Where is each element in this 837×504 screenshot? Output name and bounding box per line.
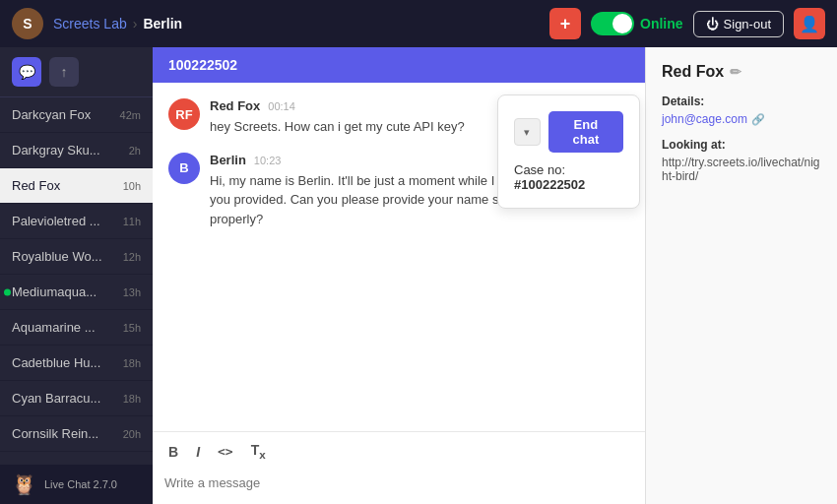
chat-item-name: Mediumaqua... [12, 284, 97, 299]
chat-list-item[interactable]: Aquamarine ...15h [0, 310, 153, 346]
content-area: 100222502 RFRed Fox00:14hey Screets. How… [153, 47, 837, 504]
endchat-panel: ▾ End chat Case no: #100222502 [497, 94, 640, 209]
breadcrumb-lab: Screets Lab [53, 16, 127, 32]
chat-item-name: Darkgray Sku... [12, 143, 100, 158]
chat-list: Darkcyan Fox42mDarkgray Sku...2hRed Fox1… [0, 97, 153, 465]
chat-item-time: 2h [129, 145, 141, 157]
message-input[interactable] [164, 469, 633, 496]
chat-item-name: Darksalmon S... [12, 462, 102, 465]
details-label: Details: [662, 94, 821, 108]
case-no-label: Case no: [514, 162, 623, 177]
chat-item-name: Royalblue Wo... [12, 249, 102, 264]
chat-item-name: Red Fox [12, 178, 60, 193]
email-link-icon: 🔗 [751, 113, 765, 126]
signout-label: Sign-out [724, 17, 771, 32]
chat-icon-btn[interactable]: 💬 [12, 57, 41, 87]
chat-item-time: 20h [123, 428, 141, 440]
message-time: 00:14 [268, 100, 295, 112]
chat-list-item[interactable]: Mediumaqua...13h [0, 275, 153, 310]
chat-item-time: 18h [123, 393, 141, 405]
message-time: 10:23 [254, 155, 282, 166]
footer-version: Live Chat 2.7.0 [44, 478, 117, 490]
chat-item-time: 18h [123, 357, 141, 369]
chat-item-name: Aquamarine ... [12, 320, 96, 335]
message-avatar: B [168, 153, 200, 184]
online-dot [4, 288, 11, 295]
topbar: S Screets Lab › Berlin + Online ⏻ Sign-o… [0, 0, 837, 47]
toggle-switch[interactable] [591, 12, 634, 35]
chat-item-name: Cornsilk Rein... [12, 426, 98, 441]
chat-list-item[interactable]: Darkgray Sku...2h [0, 133, 153, 168]
chat-item-name: Cadetblue Hu... [12, 355, 100, 370]
message-sender: Red Fox [210, 98, 260, 113]
toggle-label: Online [640, 16, 683, 32]
endchat-button[interactable]: End chat [548, 111, 623, 153]
signout-button[interactable]: ⏻ Sign-out [693, 11, 784, 37]
composer: B I <> Tx [153, 431, 645, 504]
toggle-knob [612, 14, 632, 33]
details-section: Details: john@cage.com 🔗 [662, 94, 821, 126]
chat-list-item[interactable]: Red Fox10h [0, 168, 153, 204]
chat-list-item[interactable]: Palevioletred ...11h [0, 204, 153, 239]
avatar-initials: S [23, 16, 32, 32]
breadcrumb: Screets Lab › Berlin [53, 16, 182, 32]
sidebar-icons: 💬 ↑ [0, 47, 153, 97]
breadcrumb-page: Berlin [143, 16, 182, 32]
main-layout: 💬 ↑ Darkcyan Fox42mDarkgray Sku...2hRed … [0, 47, 837, 504]
clear-button[interactable]: Tx [247, 440, 270, 463]
edit-icon[interactable]: ✏ [730, 64, 741, 80]
footer-owl-icon: 🦉 [12, 472, 36, 496]
plus-button[interactable]: + [549, 8, 581, 39]
chat-list-item[interactable]: Royalblue Wo...12h [0, 239, 153, 275]
user-avatar: S [12, 8, 43, 39]
case-number-section: Case no: #100222502 [514, 162, 623, 192]
chat-item-time: 13h [123, 286, 141, 298]
right-panel: Red Fox ✏ Details: john@cage.com 🔗 Looki… [645, 47, 837, 504]
right-panel-title: Red Fox ✏ [662, 63, 821, 81]
chat-list-item[interactable]: Cadetblue Hu...18h [0, 346, 153, 381]
chat-list-item[interactable]: Cyan Barracu...18h [0, 381, 153, 416]
endchat-row: ▾ End chat [514, 111, 623, 153]
bold-button[interactable]: B [164, 442, 182, 462]
chat-list-item[interactable]: Cornsilk Rein...20h [0, 416, 153, 452]
message-avatar: RF [168, 98, 200, 130]
sidebar: 💬 ↑ Darkcyan Fox42mDarkgray Sku...2hRed … [0, 47, 153, 504]
breadcrumb-sep: › [133, 16, 138, 32]
chat-item-time: 22h [123, 464, 141, 466]
endchat-dropdown[interactable]: ▾ [514, 118, 541, 146]
chat-item-time: 12h [123, 251, 141, 263]
looking-value: http://try.screets.io/livechat/night-bir… [662, 156, 821, 183]
code-button[interactable]: <> [214, 442, 237, 461]
email-value: john@cage.com 🔗 [662, 112, 821, 126]
online-toggle[interactable]: Online [591, 12, 683, 35]
contact-name: Red Fox [662, 63, 724, 81]
upload-icon-btn[interactable]: ↑ [49, 57, 79, 87]
chat-item-time: 42m [120, 109, 141, 121]
looking-label: Looking at: [662, 138, 821, 152]
chat-list-item[interactable]: Darksalmon S...22h [0, 452, 153, 465]
user-icon[interactable]: 👤 [794, 8, 825, 39]
chat-item-time: 15h [123, 322, 141, 334]
looking-at-section: Looking at: http://try.screets.io/livech… [662, 138, 821, 183]
message-sender: Berlin [210, 153, 246, 167]
composer-toolbar: B I <> Tx [164, 440, 633, 463]
chat-item-name: Darkcyan Fox [12, 107, 91, 122]
middle-header: 100222502 [153, 47, 645, 83]
email-link[interactable]: john@cage.com [662, 112, 747, 126]
chat-item-time: 11h [123, 216, 141, 227]
sidebar-footer: 🦉 Live Chat 2.7.0 [0, 465, 153, 504]
chat-item-name: Cyan Barracu... [12, 391, 100, 406]
chat-item-name: Palevioletred ... [12, 214, 100, 228]
chat-list-item[interactable]: Darkcyan Fox42m [0, 97, 153, 133]
italic-button[interactable]: I [192, 442, 204, 462]
chat-item-time: 10h [123, 180, 141, 192]
case-no-value: #100222502 [514, 177, 623, 192]
